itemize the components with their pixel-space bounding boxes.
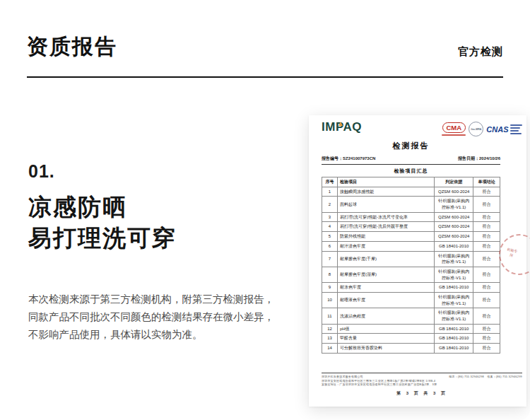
table-cell: 防紫外线性能 [337, 232, 434, 242]
col-seq: 序号 [322, 177, 338, 187]
table-cell: pH值 [337, 324, 434, 334]
col-item: 检验项目 [337, 177, 434, 187]
table-cell: QZSM 600-2024 [435, 212, 473, 222]
intro-block: 01. 凉感防晒 易打理洗可穿 本次检测来源于第三方检测机构，附第三方检测报告，… [28, 161, 290, 344]
table-row: 10耐唾液色牢度针织服装(采购内控标准-V1.1)符合 [322, 292, 500, 308]
table-cell: GB 18401-2010 [435, 324, 473, 334]
table-title: 检验项目汇总 [322, 168, 500, 175]
table-cell: 耐水色牢度 [337, 283, 434, 293]
table-cell: 符合 [473, 292, 500, 308]
table-cell: 5 [322, 232, 338, 242]
table-cell: 针织服装(采购内控标准-V1.1) [435, 267, 473, 282]
table-cell: 4 [322, 222, 338, 232]
table-cell: 符合 [473, 334, 500, 344]
table-cell: 易打理(洗可穿)性能-水洗尺寸变化率 [337, 212, 434, 222]
ilac-mra-mark-icon: ilac-MRA [469, 122, 483, 136]
promo-section: 资质报告 官方检测 01. 凉感防晒 易打理洗可穿 本次检测来源于第三方检测机构… [0, 0, 530, 420]
table-row: 4易打理(洗可穿)性能-洗后外观平整度QZSM 600-2024符合 [322, 222, 500, 232]
table-cell: 针织服装(采购内控标准-V1.1) [435, 292, 473, 308]
page-title: 资质报告 [27, 33, 117, 62]
table-cell: GB 18401-2010 [435, 283, 473, 293]
table-cell: GB 18401-2010 [435, 334, 473, 344]
company-name: 深圳天祥质量技术服务有限公司 [322, 375, 363, 379]
table-cell: 6 [322, 241, 338, 251]
table-cell: 接触瞬间凉感性能 [337, 187, 434, 197]
table-cell: 面料起球 [337, 197, 434, 212]
table-cell: 可分解致癌芳香胺染料 [337, 344, 434, 354]
contact-info: 电话：(86) 755 32946298 传真：(86) 755 3294629… [449, 375, 522, 379]
table-row: 14可分解致癌芳香胺染料GB 18401-2010符合 [322, 344, 500, 354]
report-meta-row: 报告编号：SZ241007973CN 报告日期：2024/10/26 [322, 156, 500, 165]
table-cell: 12 [322, 324, 338, 334]
table-row: 2面料起球针织服装(采购内控标准-V1.1)符合 [322, 197, 500, 212]
table-cell: 符合 [473, 197, 500, 212]
table-cell: 3 [322, 212, 338, 222]
table-cell: 1 [322, 187, 338, 197]
table-cell: 易打理(洗可穿)性能-洗后外观平整度 [337, 222, 434, 232]
section-header: 资质报告 官方检测 [27, 33, 503, 62]
official-test-badge: 官方检测 [458, 45, 503, 62]
lab-address: 实验室地址：广东省深圳市宝安区福海街道和平社区三围工业区检测产业园B栋2层、3层 [322, 383, 522, 387]
table-cell: 针织服装(采购内控标准-V1.1) [435, 251, 473, 267]
page-indicator: 第 3 页 共 3 页 [322, 390, 522, 397]
table-row: 12pH值GB 18401-2010符合 [322, 324, 500, 334]
table-row: 13甲醛含量GB 18401-2010符合 [322, 334, 500, 344]
footer-divider [322, 373, 522, 373]
table-cell: GB 18401-2010 [435, 344, 473, 354]
table-cell: QZSM 600-2024 [435, 222, 473, 232]
table-cell: 符合 [473, 324, 500, 334]
table-cell: 2 [322, 197, 338, 212]
report-table-body: 1接触瞬间凉感性能QZSM 600-2024符合2面料起球针织服装(采购内控标准… [322, 187, 500, 353]
table-cell: 针织服装(采购内控标准-V1.1) [435, 197, 473, 212]
table-cell: 符合 [473, 232, 500, 242]
impaq-logo-triangle-icon [338, 122, 343, 126]
table-cell: 符合 [473, 267, 500, 282]
table-cell: 符合 [473, 212, 500, 222]
red-seal-stamp: 检验专用 [495, 231, 530, 279]
table-row: 6耐汗渍色牢度GB 18401-2010符合 [322, 241, 500, 251]
table-cell: 11 [322, 308, 338, 324]
table-cell: 符合 [473, 222, 500, 232]
table-cell: 甲醛含量 [337, 334, 434, 344]
cma-mark-icon: CMA [442, 122, 466, 136]
table-cell: 14 [322, 344, 338, 354]
table-cell: 符合 [473, 251, 500, 267]
table-cell: 符合 [473, 187, 500, 197]
section-description: 本次检测来源于第三方检测机构，附第三方检测报告， 同款产品不同批次不同颜色的检测… [28, 291, 290, 344]
report-footer: 深圳天祥质量技术服务有限公司 电话：(86) 755 32946298 传真：(… [322, 373, 522, 397]
table-row: 5防紫外线性能QZSM 600-2024符合 [322, 232, 500, 242]
table-cell: 13 [322, 334, 338, 344]
table-cell: 耐摩擦色牢度(干摩) [337, 251, 434, 267]
test-report-document: IMPAQ CMA ilac-MRA CNAS 检测报告 报告编号：SZ2410… [309, 115, 526, 407]
table-cell: 7 [322, 251, 338, 267]
report-number: 报告编号：SZ241007973CN [322, 156, 375, 162]
table-cell: 符合 [473, 344, 500, 354]
table-row: 11洗涤沾色程度针织服装(采购内控标准-V1.1)符合 [322, 308, 500, 324]
report-title: 检测报告 [322, 141, 500, 151]
col-basis: 判定依据 [435, 177, 473, 187]
report-date: 报告日期：2024/10/26 [458, 156, 500, 162]
header-divider [27, 76, 503, 78]
table-cell: 符合 [473, 308, 500, 324]
table-row: 3易打理(洗可穿)性能-水洗尺寸变化率QZSM 600-2024符合 [322, 212, 500, 222]
section-heading: 凉感防晒 易打理洗可穿 [28, 192, 290, 254]
table-cell: 9 [322, 283, 338, 293]
table-row: 9耐水色牢度GB 18401-2010符合 [322, 283, 500, 293]
table-cell: 耐摩擦色牢度(湿摩) [337, 267, 434, 282]
table-cell: 洗涤沾色程度 [337, 308, 434, 324]
inspection-items-table: 序号 检验项目 判定依据 单项结论 1接触瞬间凉感性能QZSM 600-2024… [322, 177, 500, 354]
cnas-text-lines [510, 124, 522, 134]
section-index: 01. [28, 161, 290, 182]
cma-cert-number-line [442, 134, 466, 136]
table-header-row: 序号 检验项目 判定依据 单项结论 [322, 177, 500, 187]
table-row: 8耐摩擦色牢度(湿摩)针织服装(采购内控标准-V1.1)符合 [322, 267, 500, 282]
table-cell: 符合 [473, 241, 500, 251]
table-cell: 针织服装(采购内控标准-V1.1) [435, 308, 473, 324]
table-row: 1接触瞬间凉感性能QZSM 600-2024符合 [322, 187, 500, 197]
table-cell: QZSM 600-2024 [435, 232, 473, 242]
table-cell: QZSM 600-2024 [435, 187, 473, 197]
table-cell: 耐唾液色牢度 [337, 292, 434, 308]
table-cell: 符合 [473, 283, 500, 293]
col-conclusion: 单项结论 [473, 177, 500, 187]
table-cell: 8 [322, 267, 338, 282]
